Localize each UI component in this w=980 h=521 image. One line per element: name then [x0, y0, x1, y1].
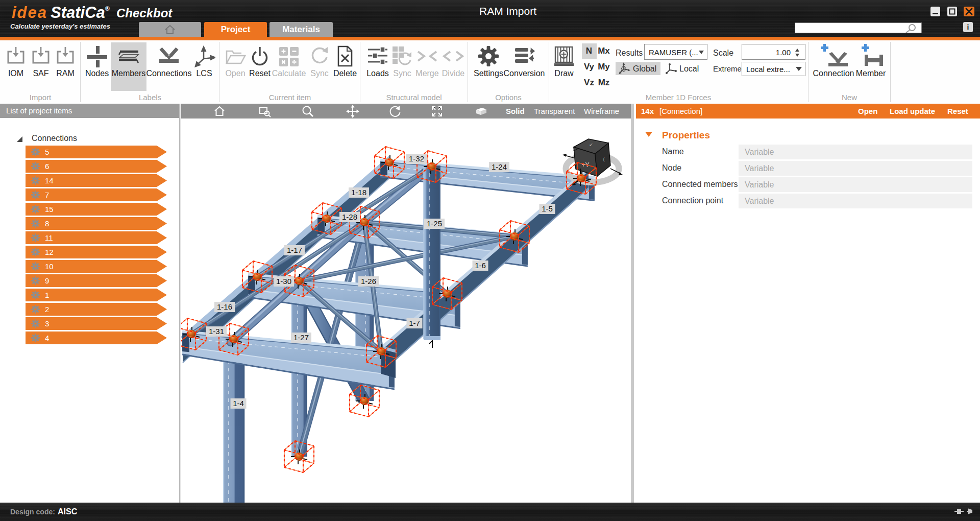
- svg-text:1-24: 1-24: [492, 162, 507, 171]
- svg-text:1-32: 1-32: [409, 154, 424, 163]
- svg-text:1-26: 1-26: [361, 277, 376, 286]
- svg-text:1-18: 1-18: [351, 188, 366, 197]
- svg-text:1-5: 1-5: [542, 204, 553, 213]
- svg-text:↙: ↙: [589, 142, 593, 147]
- svg-text:1-7: 1-7: [409, 319, 420, 327]
- svg-text:1-17: 1-17: [287, 246, 302, 254]
- svg-text:1-4: 1-4: [233, 399, 244, 408]
- svg-text:1-16: 1-16: [217, 302, 232, 311]
- svg-text:1-28: 1-28: [342, 212, 357, 221]
- svg-text:1-31: 1-31: [209, 327, 224, 336]
- svg-text:1-27: 1-27: [293, 333, 309, 342]
- svg-text:1-30: 1-30: [276, 277, 291, 286]
- svg-text:1-6: 1-6: [475, 261, 486, 270]
- svg-text:1-25: 1-25: [427, 219, 442, 228]
- svg-text:(: (: [603, 157, 605, 162]
